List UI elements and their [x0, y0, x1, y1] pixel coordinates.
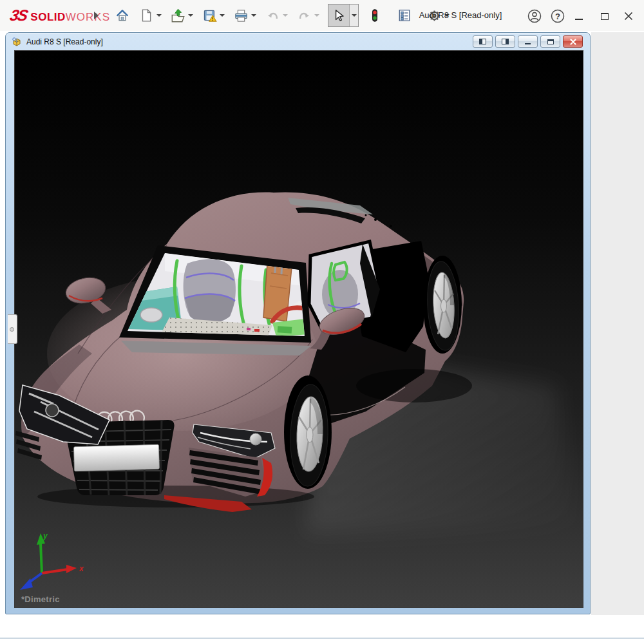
undo-icon: [265, 8, 280, 23]
close-icon: [623, 11, 634, 21]
redo-icon: [297, 8, 312, 23]
document-titlebar[interactable]: Audi R8 S [Read-only]: [6, 33, 590, 50]
svg-text:x: x: [79, 564, 84, 573]
reference-triad: y x: [15, 531, 86, 595]
doc-minimize-button[interactable]: [518, 35, 538, 48]
triad-x-axis: x: [42, 564, 84, 573]
undo-button[interactable]: [263, 6, 281, 25]
license-plate: [74, 444, 160, 471]
doc-restore-button[interactable]: [540, 35, 560, 48]
maximize-button[interactable]: [596, 8, 613, 24]
save-icon: [202, 8, 217, 23]
new-document-dropdown[interactable]: [155, 6, 163, 25]
new-document-button[interactable]: [137, 6, 155, 25]
minimize-icon: [575, 19, 583, 20]
redo-dropdown[interactable]: [313, 6, 321, 25]
select-arrow-icon: [332, 8, 346, 23]
print-button[interactable]: [232, 6, 250, 25]
open-button[interactable]: [169, 6, 187, 25]
workspace-gutter: [591, 32, 644, 615]
assembly-part-icon: [11, 36, 23, 48]
split-right-icon: [502, 39, 509, 44]
document-window: Audi R8 S [Read-only]: [5, 32, 591, 614]
dassault-3ds-logo-icon: 3S: [8, 6, 28, 24]
save-button[interactable]: [200, 6, 218, 25]
close-button[interactable]: [620, 8, 637, 24]
doc-minimize-icon: [525, 43, 531, 44]
account-button[interactable]: [526, 8, 543, 24]
menu-flyout-arrow-icon[interactable]: [94, 12, 99, 19]
select-tool-dropdown[interactable]: [349, 5, 358, 26]
main-toolbar: 3S SOLID WORKS: [0, 0, 644, 31]
app-title: Audi R8 S [Read-only]: [383, 10, 538, 20]
rear-wheel: [423, 256, 462, 354]
triad-z-axis: [20, 573, 42, 590]
home-button[interactable]: [113, 6, 131, 25]
document-window-controls: [473, 35, 583, 48]
panel-tab-grip-icon: [10, 327, 14, 332]
svg-text:?: ?: [555, 12, 560, 21]
brand-name-bold: SOLID: [30, 11, 65, 24]
redo-button[interactable]: [295, 6, 313, 25]
feature-manager-collapsed-tab[interactable]: [8, 314, 17, 344]
audi-r8-model: [15, 51, 583, 608]
view-orientation-label: *Dimetric: [21, 594, 60, 604]
help-button[interactable]: ?: [549, 8, 566, 24]
solidworks-app-window: 3S SOLID WORKS: [0, 0, 644, 644]
brand-name-light: WORKS: [66, 11, 110, 24]
doc-split-left-button[interactable]: [473, 35, 493, 48]
open-icon: [171, 8, 185, 23]
doc-close-icon: [570, 39, 576, 45]
document-title: Audi R8 S [Read-only]: [26, 37, 103, 46]
minimize-button[interactable]: [571, 8, 587, 24]
account-icon: [527, 8, 542, 24]
rebuild-traffic-light-icon: [368, 8, 382, 23]
select-tool-button[interactable]: [328, 4, 359, 27]
svg-text:y: y: [43, 531, 48, 540]
status-bar-divider: [0, 638, 644, 639]
triad-y-axis: y: [37, 531, 48, 573]
save-dropdown[interactable]: [218, 6, 226, 25]
help-icon: ?: [550, 8, 565, 24]
doc-split-right-button[interactable]: [495, 35, 515, 48]
maximize-icon: [601, 13, 609, 20]
home-icon: [115, 8, 129, 23]
new-document-icon: [139, 8, 153, 23]
doc-restore-icon: [547, 39, 554, 44]
doc-close-button[interactable]: [563, 35, 583, 48]
undo-dropdown[interactable]: [281, 6, 289, 25]
rebuild-button[interactable]: [366, 6, 384, 25]
graphics-area[interactable]: y x *Dimetric: [14, 50, 583, 608]
print-dropdown[interactable]: [250, 6, 258, 25]
open-dropdown[interactable]: [187, 6, 194, 25]
front-wheel: [284, 375, 332, 489]
print-icon: [234, 8, 249, 23]
split-left-icon: [479, 39, 486, 44]
